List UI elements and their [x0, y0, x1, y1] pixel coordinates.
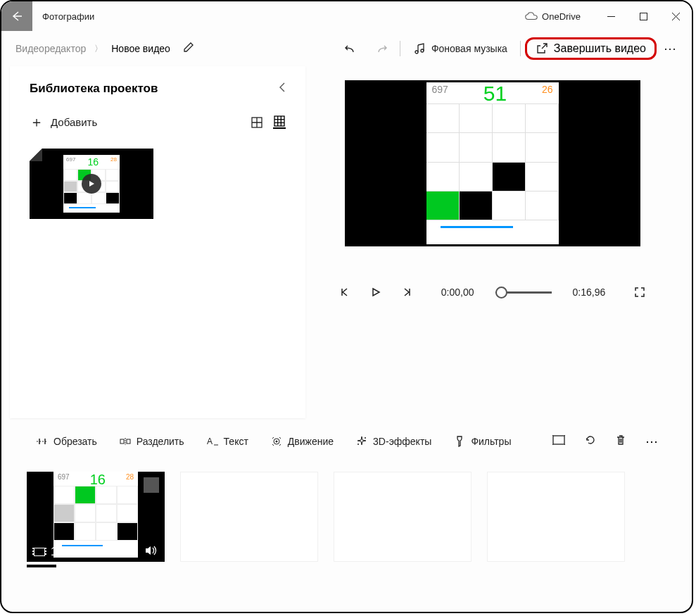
finish-video-button[interactable]: Завершить видео: [525, 37, 657, 60]
svg-rect-1: [640, 13, 647, 20]
edit-toolbar: Обрезать Разделить A Текст Движение 3D-э…: [1, 418, 692, 465]
filters-label: Фильтры: [471, 436, 511, 447]
svg-rect-9: [274, 116, 284, 126]
library-panel: Библиотека проектов ＋ Добавить: [10, 66, 305, 418]
add-label: Добавить: [51, 116, 97, 128]
library-clip-thumb[interactable]: 6971628: [30, 149, 153, 219]
app-toolbar: Видеоредактор 〉 Новое видео Фоновая музы…: [1, 31, 692, 66]
preview-video[interactable]: 697 51 26: [345, 80, 640, 246]
cloud-icon: [525, 12, 538, 20]
delete-button[interactable]: [607, 430, 634, 453]
fx3d-label: 3D-эффекты: [373, 436, 431, 447]
clip-score-center: 16: [90, 473, 106, 484]
breadcrumb-current[interactable]: Новое видео: [106, 39, 176, 58]
clip-score-left: 697: [58, 473, 70, 484]
edit-title-button[interactable]: [183, 42, 194, 56]
chevron-right-icon: 〉: [91, 43, 106, 55]
svg-point-21: [275, 441, 277, 443]
back-button[interactable]: [1, 1, 32, 31]
text-button[interactable]: A Текст: [197, 432, 258, 451]
svg-rect-15: [120, 439, 124, 444]
svg-point-4: [415, 51, 418, 54]
redo-button[interactable]: [366, 38, 396, 59]
export-icon: [536, 42, 548, 55]
separator: [520, 41, 521, 56]
prev-frame-button[interactable]: [338, 286, 351, 298]
storyboard-empty-slot[interactable]: [334, 472, 472, 562]
more-button[interactable]: ⋯: [657, 37, 683, 61]
clip-duration: 16,97: [51, 546, 79, 558]
volume-icon[interactable]: [145, 545, 158, 559]
rotate-button[interactable]: [576, 430, 605, 453]
plus-icon: ＋: [30, 113, 44, 132]
svg-point-23: [358, 444, 359, 445]
close-button[interactable]: [659, 1, 692, 31]
film-icon: [34, 548, 45, 556]
minimize-button[interactable]: [595, 1, 627, 31]
time-total: 0:16,96: [573, 287, 606, 298]
storyboard-clip[interactable]: 697 16 28 16,97: [27, 472, 165, 562]
maximize-button[interactable]: [627, 1, 659, 31]
storyboard: 697 16 28 16,97: [1, 465, 692, 569]
filters-icon: [454, 436, 465, 447]
onedrive-button[interactable]: OneDrive: [525, 11, 581, 22]
next-frame-button[interactable]: [400, 286, 413, 298]
selection-marker: [144, 477, 159, 493]
score-center: 51: [483, 84, 507, 102]
svg-rect-24: [553, 436, 564, 444]
motion-label: Движение: [288, 436, 334, 447]
text-label: Текст: [224, 436, 248, 447]
svg-rect-16: [127, 439, 130, 444]
motion-icon: [271, 436, 282, 447]
view-large-button[interactable]: [251, 116, 263, 129]
trim-icon: [37, 436, 48, 447]
view-small-button[interactable]: [273, 116, 286, 129]
onedrive-label: OneDrive: [542, 11, 581, 22]
library-title: Библиотека проектов: [30, 82, 158, 96]
bg-music-button[interactable]: Фоновая музыка: [405, 38, 516, 59]
split-icon: [120, 436, 131, 447]
undo-button[interactable]: [336, 38, 366, 59]
score-left: 697: [432, 84, 448, 102]
time-current: 0:00,00: [441, 287, 474, 298]
split-button[interactable]: Разделить: [110, 432, 194, 451]
score-right: 26: [542, 84, 553, 102]
fx3d-button[interactable]: 3D-эффекты: [346, 432, 441, 451]
add-media-button[interactable]: ＋ Добавить: [30, 113, 97, 132]
preview-content: 697 51 26: [426, 82, 559, 244]
motion-button[interactable]: Движение: [261, 432, 343, 451]
svg-text:A: A: [207, 436, 213, 446]
collapse-library-button[interactable]: [279, 82, 286, 96]
svg-point-22: [365, 437, 366, 439]
fullscreen-button[interactable]: [633, 286, 646, 298]
trim-label: Обрезать: [53, 436, 97, 447]
storyboard-empty-slot[interactable]: [180, 472, 318, 562]
storyboard-empty-slot[interactable]: [487, 472, 625, 562]
svg-point-5: [421, 49, 424, 52]
text-icon: A: [207, 436, 218, 447]
split-label: Разделить: [137, 436, 184, 447]
app-title: Фотографии: [42, 11, 94, 22]
clip-underline: [27, 565, 56, 567]
preview-panel: 697 51 26: [314, 66, 692, 418]
edit-more-button[interactable]: ⋯: [637, 429, 666, 453]
separator: [400, 41, 400, 56]
aspect-button[interactable]: [544, 431, 574, 452]
play-button[interactable]: [369, 286, 382, 298]
titlebar: Фотографии OneDrive: [1, 1, 692, 31]
preview-controls: 0:00,00 0:16,96: [321, 286, 664, 298]
sparkle-icon: [356, 436, 367, 447]
finish-label: Завершить видео: [554, 42, 646, 55]
clip-score-right: 28: [126, 473, 134, 484]
music-icon: [413, 42, 426, 55]
breadcrumb-root[interactable]: Видеоредактор: [10, 39, 91, 58]
trim-button[interactable]: Обрезать: [27, 432, 107, 451]
play-icon: [82, 174, 101, 194]
bg-music-label: Фоновая музыка: [431, 43, 507, 54]
seek-slider[interactable]: [495, 291, 552, 294]
filters-button[interactable]: Фильтры: [444, 432, 521, 451]
